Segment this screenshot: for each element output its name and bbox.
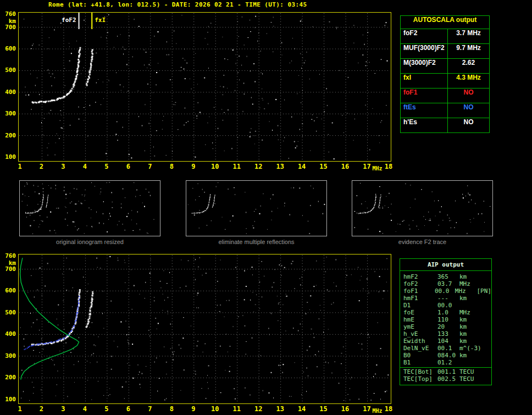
thumbnail-caption-f2: evidence F2 trace — [352, 239, 493, 245]
x-tick-label: 5 — [101, 405, 112, 413]
aip-row-unit: km — [459, 337, 491, 345]
x-tick-label: 16 — [340, 163, 351, 170]
x-axis-unit: MHz — [373, 165, 383, 171]
autoscala-output-table: AUTOSCALA output foF23.7 MHzMUF(3000)F29… — [400, 15, 490, 133]
aip-row-value: 002.5 — [437, 375, 459, 383]
x-tick-label: 8 — [166, 405, 177, 413]
aip-row-label: h_vE — [400, 330, 437, 337]
aip-row-value: 20 — [437, 323, 459, 330]
autoscala-screen: Rome (lat: +41.8, lon: 012.5) - DATE: 20… — [0, 0, 532, 415]
autoscala-row-label: foF1 — [401, 88, 448, 103]
aip-row-unit: TECU — [459, 368, 491, 375]
aip-row-label: TEC[Bot] — [400, 368, 437, 375]
x-tick-label: 14 — [296, 163, 307, 170]
x-tick-label: 8 — [166, 163, 177, 170]
ionogram-plot-top: foF2fxI — [18, 12, 391, 162]
x-tick-label: 2 — [36, 405, 47, 413]
ionogram-plot-bottom — [18, 254, 391, 404]
x-tick-label: 11 — [231, 405, 242, 413]
aip-row: foE1.0MHz — [400, 309, 491, 316]
x-tick-label: 11 — [231, 163, 242, 170]
aip-row-value: --- — [437, 295, 459, 302]
aip-row-unit: MHz — [459, 309, 491, 316]
x-tick-label: 4 — [79, 405, 90, 413]
y-tick-label: 500 — [2, 309, 16, 316]
aip-row-value: 001.1 — [437, 368, 459, 375]
aip-row-unit: km — [459, 323, 491, 330]
x-tick-label: 4 — [79, 163, 90, 170]
aip-row: hmE110km — [400, 316, 491, 323]
aip-row-unit: MHz — [459, 280, 491, 287]
autoscala-table-rows: foF23.7 MHzMUF(3000)F29.7 MHzM(3000)F22.… — [401, 29, 489, 132]
aip-row-label: DelN_vE — [400, 345, 437, 352]
autoscala-row: foF23.7 MHz — [401, 29, 489, 44]
aip-row-label: B0 — [400, 352, 437, 359]
x-tick-label: 9 — [188, 405, 199, 413]
thumbnail-f2-trace — [352, 180, 493, 236]
y-tick-label: 200 — [2, 132, 16, 139]
y-tick-label: 760 — [2, 252, 16, 259]
x-tick-label: 12 — [253, 405, 264, 413]
autoscala-row: MUF(3000)F29.7 MHz — [401, 44, 489, 59]
x-tick-label: 17 — [362, 163, 373, 170]
x-tick-label: 15 — [318, 405, 329, 413]
aip-row-value: 133 — [437, 330, 459, 337]
aip-table-title: AIP output — [400, 259, 491, 271]
aip-row-value: 00.1 — [437, 345, 459, 352]
aip-row-value: 1.0 — [437, 309, 459, 316]
autoscala-row-label: ftEs — [401, 103, 448, 118]
aip-row-unit: MHz [PN] — [455, 287, 491, 295]
aip-row: hmF2365km — [400, 273, 491, 280]
aip-row-label: TEC[Top] — [400, 375, 437, 383]
autoscala-row-value: 4.3 MHz — [448, 74, 489, 88]
x-tick-label: 6 — [123, 163, 134, 170]
autoscala-row-value: 9.7 MHz — [448, 44, 489, 58]
x-tick-label: 13 — [275, 163, 286, 170]
x-tick-label: 5 — [101, 163, 112, 170]
aip-row-unit: TECU — [459, 375, 491, 383]
thumbnail-f2-canvas — [352, 181, 492, 236]
aip-row-label: foF2 — [400, 280, 437, 287]
x-tick-label: 3 — [58, 163, 69, 170]
aip-row-value: 365 — [437, 273, 459, 280]
thumbnail-original-ionogram — [19, 180, 160, 236]
aip-row-unit: m^(-3) — [459, 345, 491, 352]
y-tick-label: 300 — [2, 110, 16, 117]
x-tick-label: 1 — [14, 405, 25, 413]
ionogram-bottom-canvas — [19, 254, 391, 403]
y-tick-label: 300 — [2, 352, 16, 359]
autoscala-row-label: foF2 — [401, 29, 448, 43]
aip-row: D100.0 — [400, 302, 491, 309]
x-tick-label: 2 — [36, 163, 47, 170]
aip-row-label: B1 — [400, 359, 437, 366]
aip-row-label: foF1 — [400, 287, 435, 295]
aip-row-label: Ewidth — [400, 337, 437, 345]
thumbnail-reflections-canvas — [186, 181, 326, 236]
y-axis-unit: km — [2, 259, 16, 267]
y-tick-label: 760 — [2, 10, 16, 18]
y-axis-unit: km — [2, 18, 16, 25]
autoscala-row-value: NO — [448, 88, 489, 103]
y-tick-label: 100 — [2, 153, 16, 161]
thumbnail-multiple-reflections — [186, 180, 327, 236]
aip-row-unit — [459, 359, 491, 366]
autoscala-row: M(3000)F22.62 — [401, 59, 489, 74]
aip-row-value: 01.2 — [437, 359, 459, 366]
x-tick-label: 10 — [209, 405, 220, 413]
aip-row: DelN_vE00.1m^(-3) — [400, 345, 491, 352]
autoscala-row-label: MUF(3000)F2 — [401, 44, 448, 58]
x-tick-label: 1 — [14, 163, 25, 170]
aip-row: B0084.0km — [400, 352, 491, 359]
aip-row-label: hmE — [400, 316, 437, 323]
thumbnail-caption-reflections: eliminate multiple reflections — [186, 239, 327, 245]
autoscala-row-value: 3.7 MHz — [448, 29, 489, 43]
autoscala-row-label: M(3000)F2 — [401, 59, 448, 73]
aip-row: TEC[Bot]001.1TECU — [400, 367, 491, 375]
aip-row: foF100.0MHz [PN] — [400, 287, 491, 295]
x-tick-label: 15 — [318, 163, 329, 170]
aip-row: TEC[Top]002.5TECU — [400, 375, 491, 383]
x-axis-unit: MHz — [373, 408, 383, 414]
autoscala-row: fxI4.3 MHz — [401, 74, 489, 88]
aip-table-rows: hmF2365kmfoF203.7MHzfoF100.0MHz [PN]hmF1… — [400, 271, 491, 385]
aip-row: h_vE133km — [400, 330, 491, 337]
